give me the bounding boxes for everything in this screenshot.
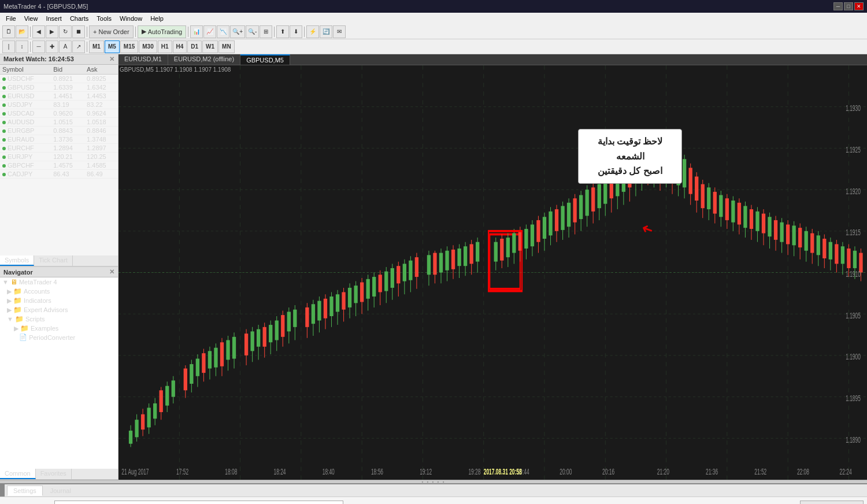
menu-tools[interactable]: Tools xyxy=(93,14,115,23)
chart-btn2[interactable]: 📈 xyxy=(203,25,216,38)
period-w1[interactable]: W1 xyxy=(202,40,218,53)
market-watch-row[interactable]: EURAUD 1.3736 1.3748 xyxy=(0,135,118,144)
market-watch-row[interactable]: USDJPY 83.19 83.22 xyxy=(0,101,118,109)
autotrading-button[interactable]: ▶ AutoTrading xyxy=(138,25,187,38)
tree-metatrader4[interactable]: ▼ 🖥 MetaTrader 4 xyxy=(0,277,118,287)
svg-rect-33 xyxy=(160,390,163,412)
tree-period-converter[interactable]: 📄 PeriodConverter xyxy=(0,333,118,342)
market-watch-row[interactable]: GBPCHF 1.4575 1.4585 xyxy=(0,161,118,170)
maximize-button[interactable]: □ xyxy=(844,2,853,10)
analysis-btn[interactable]: 🔄 xyxy=(320,25,332,38)
refresh-button[interactable]: ↻ xyxy=(59,25,72,38)
period-mn[interactable]: MN xyxy=(218,40,235,53)
period-h1[interactable]: H1 xyxy=(158,40,172,53)
svg-rect-212 xyxy=(738,203,741,225)
svg-rect-224 xyxy=(774,220,777,240)
expert-properties-button[interactable]: Expert properties xyxy=(800,501,864,504)
market-watch-row[interactable]: EURGBP 0.8843 0.8846 xyxy=(0,127,118,135)
svg-text:21:52: 21:52 xyxy=(754,466,766,476)
svg-rect-99 xyxy=(379,275,382,292)
chart-tab-gbpusd-m5[interactable]: GBPUSD,M5 xyxy=(240,54,290,65)
market-watch-row[interactable]: USDCAD 0.9620 0.9624 xyxy=(0,109,118,118)
new-button[interactable]: 🗒 xyxy=(2,25,15,38)
tree-examples[interactable]: ▶ 📁 Examples xyxy=(0,324,118,333)
mail-btn[interactable]: ✉ xyxy=(333,25,346,38)
market-watch-row[interactable]: USDCHF 0.8921 0.8925 xyxy=(0,75,118,83)
strategy-tester-tab-settings[interactable]: Settings xyxy=(7,486,43,496)
tree-expert-advisors[interactable]: ▶ 📁 Expert Advisors xyxy=(0,305,118,314)
svg-rect-152 xyxy=(555,209,558,231)
svg-rect-150 xyxy=(549,212,552,236)
annotation-line1: لاحظ توقيت بداية الشمعه xyxy=(586,134,675,164)
chart-canvas[interactable]: GBPUSD,M5 1.1907 1.1908 1.1907 1.1908 xyxy=(118,65,867,480)
hline-tool[interactable]: ─ xyxy=(32,40,45,53)
tree-accounts[interactable]: ▶ 📁 Accounts xyxy=(0,287,118,296)
ea-dropdown[interactable]: 2 MA Crosses Mega filter EA V1.ex4 ▼ xyxy=(54,501,343,504)
chart-tab-eurusd-m2[interactable]: EURUSD,M2 (offline) xyxy=(168,54,240,65)
svg-rect-87 xyxy=(342,292,345,309)
trade-btn[interactable]: ⚡ xyxy=(306,25,319,38)
market-watch-row[interactable]: EURUSD 1.4451 1.4453 xyxy=(0,92,118,101)
market-watch-row[interactable]: CADJPY 86.43 86.49 xyxy=(0,170,118,179)
tab-tick-chart[interactable]: Tick Chart xyxy=(34,255,73,266)
chart-btn3[interactable]: 📉 xyxy=(217,25,229,38)
indicator-btn1[interactable]: ⬆ xyxy=(276,25,289,38)
market-watch-row[interactable]: EURJPY 120.21 120.25 xyxy=(0,153,118,161)
svg-rect-105 xyxy=(397,266,400,283)
period-d1[interactable]: D1 xyxy=(187,40,202,53)
zoom-out-button[interactable]: 🔍- xyxy=(246,25,259,38)
period-m30[interactable]: M30 xyxy=(139,40,157,53)
chart-header: GBPUSD,M5 1.1907 1.1908 1.1907 1.1908 xyxy=(120,66,231,73)
open-button[interactable]: 📂 xyxy=(16,25,28,38)
chart-tab-eurusd-m1[interactable]: EURUSD,M1 xyxy=(118,54,168,65)
panel-left-handle[interactable] xyxy=(0,484,5,496)
nav-tab-common[interactable]: Common xyxy=(0,469,36,479)
menu-insert[interactable]: Insert xyxy=(42,14,65,23)
back-button[interactable]: ◀ xyxy=(32,25,45,38)
text-tool[interactable]: A xyxy=(59,40,72,53)
market-watch-table: Symbol Bid Ask USDCHF 0.8921 0.8925 GBPU… xyxy=(0,65,118,255)
period-m1[interactable]: M1 xyxy=(89,40,104,53)
nav-tab-favorites[interactable]: Favorites xyxy=(36,469,72,479)
svg-rect-125 xyxy=(464,246,467,266)
mw-bid: 0.8843 xyxy=(51,127,84,135)
market-watch-row[interactable]: GBPUSD 1.6339 1.6342 xyxy=(0,83,118,92)
menu-file[interactable]: File xyxy=(2,14,20,23)
svg-rect-71 xyxy=(287,312,291,331)
stop-button[interactable]: ⏹ xyxy=(72,25,85,38)
period-h4[interactable]: H4 xyxy=(173,40,187,53)
period-m5[interactable]: M5 xyxy=(105,40,120,53)
zoom-in-button[interactable]: 🔍+ xyxy=(230,25,245,38)
svg-rect-226 xyxy=(780,223,783,242)
svg-rect-242 xyxy=(829,242,832,260)
svg-rect-117 xyxy=(439,253,443,273)
cross-tool[interactable]: ✚ xyxy=(46,40,58,53)
tab-symbols[interactable]: Symbols xyxy=(0,255,34,266)
period-m15[interactable]: M15 xyxy=(120,40,138,53)
svg-text:22:08: 22:08 xyxy=(797,466,809,476)
menu-help[interactable]: Help xyxy=(147,14,167,23)
menu-view[interactable]: View xyxy=(21,14,42,23)
svg-rect-218 xyxy=(755,212,759,231)
strategy-tester-tab-journal[interactable]: Journal xyxy=(44,486,77,496)
app-title: MetaTrader 4 - [GBPUSD,M5] xyxy=(3,3,88,10)
line-tool[interactable]: | xyxy=(2,40,15,53)
cursor-tool[interactable]: ↕ xyxy=(16,40,28,53)
new-order-button[interactable]: + New Order xyxy=(89,25,134,38)
market-watch-row[interactable]: AUDUSD 1.0515 1.0518 xyxy=(0,118,118,127)
menu-charts[interactable]: Charts xyxy=(66,14,92,23)
indicator-btn2[interactable]: ⬇ xyxy=(290,25,302,38)
navigator-tabs: Common Favorites xyxy=(0,469,118,480)
mw-bid: 1.0515 xyxy=(51,118,84,127)
forward-button[interactable]: ▶ xyxy=(46,25,58,38)
chart-btn1[interactable]: 📊 xyxy=(190,25,203,38)
svg-text:19:12: 19:12 xyxy=(420,466,432,476)
minimize-button[interactable]: ─ xyxy=(833,2,843,10)
close-button[interactable]: ✕ xyxy=(854,2,864,10)
tree-scripts[interactable]: ▼ 📁 Scripts xyxy=(0,314,118,324)
menu-window[interactable]: Window xyxy=(116,14,146,23)
market-watch-row[interactable]: EURCHF 1.2894 1.2897 xyxy=(0,144,118,153)
arrow-tool[interactable]: ↗ xyxy=(72,40,85,53)
tree-indicators[interactable]: ▶ 📁 Indicators xyxy=(0,296,118,305)
grid-button[interactable]: ⊞ xyxy=(260,25,272,38)
